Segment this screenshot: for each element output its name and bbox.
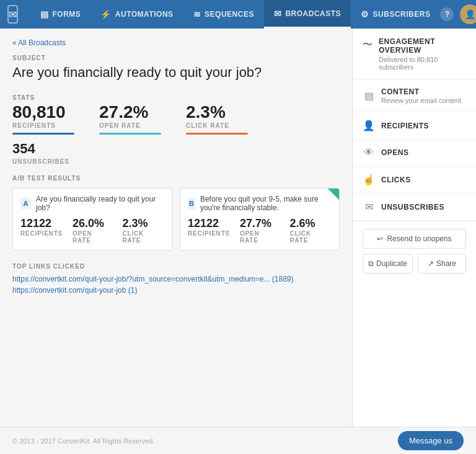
recipients-icon: 👤 [363, 120, 375, 131]
forms-icon: ▤ [40, 9, 49, 19]
ab-a-click-rate: 2.3% CLICK RATE [123, 217, 164, 244]
content-icon: ▤ [363, 90, 375, 102]
engagement-sub: Delivered to 80,810 subscribers [379, 56, 466, 71]
ab-stats-b: 12122 RECIPIENTS 27.7% OPEN RATE 2.6% CL… [188, 217, 332, 244]
ab-card-a: A Are you financially ready to quit your… [12, 188, 172, 251]
sidebar-item-opens[interactable]: 👁 OPENS [353, 140, 476, 166]
user-avatar[interactable]: 👤 [460, 4, 476, 24]
stat-open-rate: 27.2% OPEN RATE [99, 104, 161, 135]
footer: © 2013 - 2017 ConvertKit. All Rights Res… [0, 427, 476, 454]
content-sub: Review your email content [381, 97, 461, 104]
ab-cards: A Are you financially ready to quit your… [12, 188, 340, 251]
main-content: « All Broadcasts SUBJECT Are you financi… [0, 29, 352, 427]
ab-section-label: A/B TEST RESULTS [12, 175, 340, 182]
broadcasts-icon: ✉ [274, 9, 282, 19]
open-rate-label: OPEN RATE [99, 122, 161, 129]
sidebar-item-recipients[interactable]: 👤 RECIPIENTS [353, 112, 476, 140]
link-item-0[interactable]: https://convertkit.com/quit-your-job/?ut… [12, 275, 340, 283]
ab-badge-a: A [20, 198, 31, 209]
ab-badge-b: B [188, 198, 195, 209]
breadcrumb[interactable]: « All Broadcasts [12, 38, 340, 47]
unsubscribes-title: UNSUBSCRIBES [381, 203, 444, 211]
content-title: CONTENT [381, 87, 461, 96]
unsubscribes-icon: ✉ [363, 201, 375, 213]
ab-a-recipients: 12122 RECIPIENTS [20, 217, 63, 244]
opens-title: OPENS [381, 148, 409, 157]
click-rate-label: CLICK RATE [186, 122, 248, 129]
ab-b-click-rate: 2.6% CLICK RATE [290, 217, 332, 244]
opens-icon: 👁 [363, 147, 375, 158]
engagement-title: ENGAGEMENT OVERVIEW [379, 37, 466, 55]
ab-card-b-text: Before you quit your 9-5, make sure you'… [200, 195, 332, 212]
open-rate-bar [99, 133, 161, 135]
ab-b-recipients: 12122 RECIPIENTS [188, 217, 230, 244]
nav-item-subscribers[interactable]: ⚙ SUBSCRIBERS [351, 0, 440, 29]
action-buttons-row: ⧉ Duplicate ↗ Share [363, 254, 466, 274]
clicks-icon: ☝ [363, 174, 375, 185]
duplicate-icon: ⧉ [368, 259, 374, 268]
stats-label: STATS [12, 94, 340, 101]
sequences-icon: ≋ [193, 9, 201, 19]
clicks-title: CLICKS [381, 176, 411, 184]
ab-stats-a: 12122 RECIPIENTS 26.0% OPEN RATE 2.3% CL… [20, 217, 164, 244]
page-layout: « All Broadcasts SUBJECT Are you financi… [0, 29, 476, 427]
click-rate-bar [186, 133, 248, 135]
duplicate-button[interactable]: ⧉ Duplicate [363, 254, 413, 274]
ab-card-b: WINNER B Before you quit your 9-5, make … [180, 188, 340, 251]
link-item-1[interactable]: https://convertkit.com/quit-your-job (1) [12, 286, 340, 295]
ab-card-a-text: Are you financially ready to quit your j… [36, 195, 164, 212]
sidebar-item-unsubscribes[interactable]: ✉ UNSUBSCRIBES [353, 194, 476, 221]
nav-items: ▤ FORMS ⚡ AUTOMATIONS ≋ SEQUENCES ✉ BROA… [30, 0, 440, 29]
sidebar: 〜 ENGAGEMENT OVERVIEW Delivered to 80,81… [352, 29, 476, 427]
recipients-bar [12, 133, 74, 135]
engagement-text: ENGAGEMENT OVERVIEW Delivered to 80,810 … [379, 37, 466, 71]
recipients-value: 80,810 [12, 104, 74, 121]
sidebar-actions: ↩ Resend to unopens ⧉ Duplicate ↗ Share [353, 221, 476, 281]
ab-b-open-rate: 27.7% OPEN RATE [240, 217, 280, 244]
automations-icon: ⚡ [100, 9, 112, 19]
sidebar-item-content[interactable]: ▤ CONTENT Review your email content [353, 80, 476, 112]
unsubscribes-text: UNSUBSCRIBES [381, 203, 444, 211]
stat-unsubscribes: 354 UNSUBSCRIBES [12, 141, 340, 165]
sidebar-item-clicks[interactable]: ☝ CLICKS [353, 166, 476, 194]
share-button[interactable]: ↗ Share [418, 254, 466, 274]
message-us-button[interactable]: Message us [398, 431, 464, 450]
ab-section: A/B TEST RESULTS A Are you financially r… [12, 175, 340, 251]
ab-card-b-header: B Before you quit your 9-5, make sure yo… [188, 195, 332, 212]
opens-text: OPENS [381, 148, 409, 157]
nav-item-broadcasts[interactable]: ✉ BROADCASTS [264, 0, 351, 29]
help-button[interactable]: ? [440, 7, 454, 21]
share-icon: ↗ [428, 259, 434, 268]
unsubscribes-label: UNSUBSCRIBES [12, 158, 340, 165]
recipients-title: RECIPIENTS [381, 122, 429, 130]
page-title: Are you financially ready to quit your j… [12, 64, 340, 82]
mail-icon: ✉ [9, 9, 17, 20]
stats-row: 80,810 RECIPIENTS 27.2% OPEN RATE 2.3% C… [12, 104, 340, 135]
nav-item-automations[interactable]: ⚡ AUTOMATIONS [90, 0, 183, 29]
subscribers-icon: ⚙ [361, 9, 369, 19]
sidebar-engagement: 〜 ENGAGEMENT OVERVIEW Delivered to 80,81… [353, 29, 476, 80]
recipients-label: RECIPIENTS [12, 122, 74, 129]
resend-button[interactable]: ↩ Resend to unopens [363, 229, 466, 249]
ab-card-a-header: A Are you financially ready to quit your… [20, 195, 164, 212]
clicks-text: CLICKS [381, 176, 411, 184]
recipients-text: RECIPIENTS [381, 122, 429, 130]
click-rate-value: 2.3% [186, 104, 248, 121]
footer-copyright: © 2013 - 2017 ConvertKit. All Rights Res… [12, 437, 154, 445]
top-links-label: TOP LINKS CLICKED [12, 263, 340, 270]
top-navigation: ✉ ▤ FORMS ⚡ AUTOMATIONS ≋ SEQUENCES ✉ BR… [0, 0, 476, 29]
nav-logo[interactable]: ✉ [7, 5, 18, 24]
open-rate-value: 27.2% [99, 104, 161, 121]
unsubscribes-value: 354 [12, 141, 340, 157]
content-text: CONTENT Review your email content [381, 87, 461, 104]
nav-item-sequences[interactable]: ≋ SEQUENCES [183, 0, 264, 29]
resend-icon: ↩ [377, 234, 383, 243]
engagement-icon: 〜 [363, 38, 372, 51]
ab-a-open-rate: 26.0% OPEN RATE [73, 217, 113, 244]
stat-click-rate: 2.3% CLICK RATE [186, 104, 248, 135]
nav-item-forms[interactable]: ▤ FORMS [30, 0, 90, 29]
stats-section: STATS 80,810 RECIPIENTS 27.2% OPEN RATE … [12, 94, 340, 165]
nav-right: ? 👤 [440, 4, 476, 24]
subject-label: SUBJECT [12, 55, 340, 61]
stat-recipients: 80,810 RECIPIENTS [12, 104, 74, 135]
